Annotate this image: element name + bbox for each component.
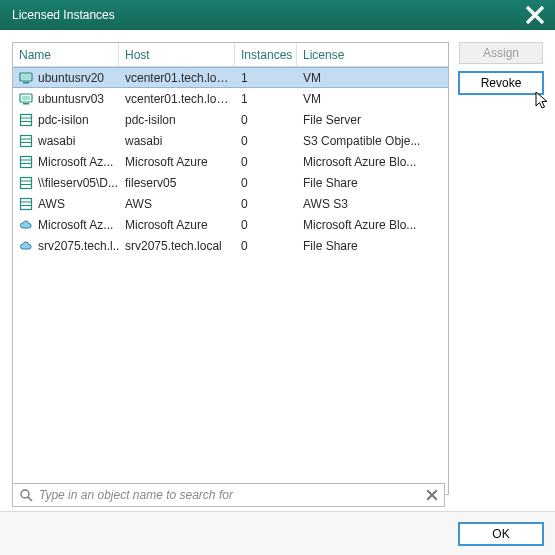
svg-rect-2 (23, 82, 29, 84)
titlebar: Licensed Instances (0, 0, 555, 30)
svg-rect-15 (21, 177, 32, 188)
cell-host: AWS (119, 197, 235, 211)
svg-rect-5 (23, 103, 29, 105)
table-row[interactable]: pdc-isilonpdc-isilon0File Server (13, 109, 448, 130)
cell-instances: 0 (235, 197, 297, 211)
close-icon[interactable] (525, 5, 545, 25)
row-icon (19, 113, 33, 127)
cell-name-text: \\fileserv05\D... (38, 176, 118, 190)
cell-host: pdc-isilon (119, 113, 235, 127)
cell-host: vcenter01.tech.local (119, 92, 235, 106)
cell-name: AWS (13, 197, 119, 211)
cell-license: Microsoft Azure Blo... (297, 155, 448, 169)
svg-rect-9 (21, 135, 32, 146)
cell-host: fileserv05 (119, 176, 235, 190)
col-name[interactable]: Name (13, 43, 119, 66)
row-icon (19, 92, 33, 106)
svg-point-21 (21, 490, 29, 498)
row-icon (19, 155, 33, 169)
table-row[interactable]: ubuntusrv03vcenter01.tech.local1VM (13, 88, 448, 109)
row-icon (19, 218, 33, 232)
cell-license: File Server (297, 113, 448, 127)
bottom-bar: OK (0, 511, 555, 555)
svg-rect-6 (21, 114, 32, 125)
svg-line-22 (28, 497, 32, 501)
cell-instances: 0 (235, 134, 297, 148)
cell-name-text: pdc-isilon (38, 113, 89, 127)
row-icon (19, 71, 33, 85)
cell-host: srv2075.tech.local (119, 239, 235, 253)
cell-name: pdc-isilon (13, 113, 119, 127)
svg-rect-12 (21, 156, 32, 167)
cell-name-text: wasabi (38, 134, 75, 148)
revoke-button[interactable]: Revoke (459, 72, 543, 94)
cell-name-text: ubuntusrv20 (38, 71, 104, 85)
side-buttons: Assign Revoke (459, 42, 543, 495)
assign-button: Assign (459, 42, 543, 64)
col-host[interactable]: Host (119, 43, 235, 66)
cell-instances: 0 (235, 155, 297, 169)
search-icon (19, 488, 33, 502)
cell-host: Microsoft Azure (119, 155, 235, 169)
cell-name-text: ubuntusrv03 (38, 92, 104, 106)
table-row[interactable]: wasabiwasabi0S3 Compatible Obje... (13, 130, 448, 151)
row-icon (19, 134, 33, 148)
cell-license: VM (297, 92, 448, 106)
cell-instances: 1 (235, 92, 297, 106)
cell-license: File Share (297, 239, 448, 253)
cell-license: Microsoft Azure Blo... (297, 218, 448, 232)
cell-license: AWS S3 (297, 197, 448, 211)
row-icon (19, 176, 33, 190)
cell-name-text: Microsoft Az... (38, 218, 113, 232)
row-icon (19, 197, 33, 211)
cell-name: srv2075.tech.l... (13, 239, 119, 253)
content-area: Name Host Instances License ubuntusrv20v… (0, 30, 555, 507)
table-row[interactable]: ubuntusrv20vcenter01.tech.local1VM (13, 67, 448, 88)
table-body: ubuntusrv20vcenter01.tech.local1VMubuntu… (13, 67, 448, 494)
col-license[interactable]: License (297, 43, 448, 66)
cell-name: Microsoft Az... (13, 155, 119, 169)
cell-name: \\fileserv05\D... (13, 176, 119, 190)
svg-rect-18 (21, 198, 32, 209)
cell-name: ubuntusrv20 (13, 71, 119, 85)
cell-instances: 0 (235, 218, 297, 232)
table-row[interactable]: AWSAWS0AWS S3 (13, 193, 448, 214)
cell-name-text: srv2075.tech.l... (38, 239, 119, 253)
search-placeholder: Type in an object name to search for (39, 488, 420, 502)
row-icon (19, 239, 33, 253)
table-header: Name Host Instances License (13, 43, 448, 67)
cell-name-text: Microsoft Az... (38, 155, 113, 169)
col-instances[interactable]: Instances (235, 43, 297, 66)
cell-name-text: AWS (38, 197, 65, 211)
cell-host: vcenter01.tech.local (119, 71, 235, 85)
svg-rect-4 (22, 96, 30, 100)
window-title: Licensed Instances (12, 8, 115, 22)
svg-rect-1 (22, 75, 30, 79)
cell-host: Microsoft Azure (119, 218, 235, 232)
cell-name: Microsoft Az... (13, 218, 119, 232)
cell-instances: 0 (235, 113, 297, 127)
table-row[interactable]: srv2075.tech.l...srv2075.tech.local0File… (13, 235, 448, 256)
table-row[interactable]: Microsoft Az...Microsoft Azure0Microsoft… (13, 214, 448, 235)
cell-name: ubuntusrv03 (13, 92, 119, 106)
search-input[interactable]: Type in an object name to search for (12, 483, 445, 507)
cell-license: VM (297, 71, 448, 85)
ok-button[interactable]: OK (459, 523, 543, 545)
cell-name: wasabi (13, 134, 119, 148)
cell-license: File Share (297, 176, 448, 190)
cell-host: wasabi (119, 134, 235, 148)
cell-license: S3 Compatible Obje... (297, 134, 448, 148)
table-row[interactable]: \\fileserv05\D...fileserv050File Share (13, 172, 448, 193)
cell-instances: 0 (235, 176, 297, 190)
table-row[interactable]: Microsoft Az...Microsoft Azure0Microsoft… (13, 151, 448, 172)
clear-search-icon[interactable] (426, 489, 438, 501)
instances-table: Name Host Instances License ubuntusrv20v… (12, 42, 449, 495)
cell-instances: 1 (235, 71, 297, 85)
cell-instances: 0 (235, 239, 297, 253)
